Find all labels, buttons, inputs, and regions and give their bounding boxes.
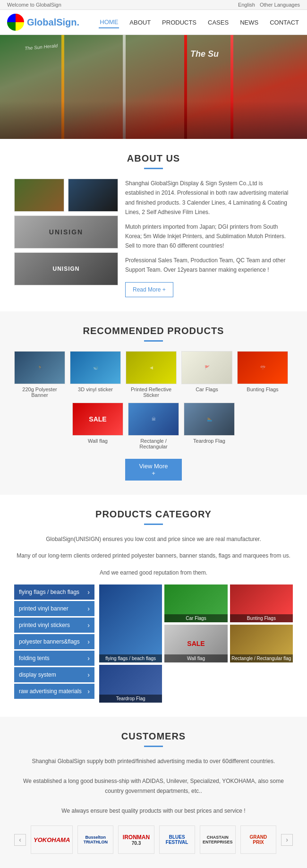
about-img-3: UNISIGN [14, 215, 118, 249]
cat-sidebar: flying flags / beach flags › printed vin… [14, 584, 94, 703]
cat-arrow-polyester: › [87, 638, 90, 645]
cat-grid-label-5: Rectangle / Rectangular flag [230, 654, 293, 662]
cat-arrow-raw: › [87, 688, 90, 695]
cat-grid-item-5[interactable]: Rectangle / Rectangular flag [230, 625, 293, 662]
cat-item-raw[interactable]: raw advertising materials › [14, 684, 94, 699]
brand-triathlon: BusseltonTRIATHLON [77, 825, 113, 854]
read-more-button[interactable]: Read More + [125, 282, 173, 297]
cat-grid-label-4: Wall flag [164, 654, 227, 662]
cat-title: PRODUCTS CATEGORY [14, 509, 293, 520]
brand-yokohama: YOKOHAMA [31, 825, 73, 854]
cat-label-raw: raw advertising materials [19, 688, 82, 695]
product-item-4[interactable]: 🚩 Car Flags [181, 351, 232, 398]
product-img-1: 🏃 [14, 351, 65, 384]
cat-arrow-vinyl-stickers: › [87, 621, 90, 629]
carousel-prev[interactable]: ‹ [14, 834, 26, 846]
about-divider [144, 168, 163, 169]
carousel-items: YOKOHAMA BusseltonTRIATHLON IRONMAN 70.3… [31, 825, 276, 854]
about-para-2: Mutoh printers imported from Japan; DGI … [125, 222, 293, 251]
about-section: ABOUT US UNISIGN UNISIGN Shanghai Global… [0, 139, 307, 311]
product-item-8[interactable]: 🏊 Teardrop Flag [184, 403, 235, 449]
about-para-3: Professional Sales Team, Production Team… [125, 256, 293, 275]
cat-item-polyester[interactable]: polyester banners&flags › [14, 634, 94, 649]
hero-banner: The Sun Herald The Su [0, 35, 307, 139]
cat-grid-item-6[interactable]: Teardrop Flag [99, 665, 162, 703]
nav-about[interactable]: ABOUT [128, 17, 152, 28]
customers-divider [144, 746, 163, 747]
carousel-next[interactable]: › [281, 834, 293, 846]
about-img-row-2: UNISIGN [14, 215, 118, 249]
cat-grid-item-2[interactable]: Car Flags [164, 584, 227, 622]
hero-gradient [0, 101, 307, 139]
nav-products[interactable]: PRODUCTS [161, 17, 197, 28]
customers-desc-3: We always ensure best quality products w… [14, 806, 293, 816]
welcome-text: Welcome to GlobalSign [7, 2, 61, 8]
product-item-1[interactable]: 🏃 220g Polyester Banner [14, 351, 65, 398]
about-content: UNISIGN UNISIGN Shanghai GlobalSign Disp… [14, 179, 293, 297]
cat-grid-item-4[interactable]: SALE Wall flag [164, 625, 227, 662]
product-item-7[interactable]: 🏛 Rectangle / Rectangular [128, 403, 179, 449]
cat-item-flying[interactable]: flying flags / beach flags › [14, 584, 94, 600]
about-img-1 [14, 179, 64, 212]
view-more-button[interactable]: View More + [125, 459, 182, 481]
cat-grid-label-2: Car Flags [164, 614, 227, 622]
customers-title: CUSTOMERS [14, 731, 293, 742]
cat-arrow-vinyl-banner: › [87, 605, 90, 612]
brand-chastain: CHASTAINENTERPRISES [200, 825, 236, 854]
brand-blues: BLUESFESTIVAL [159, 825, 195, 854]
product-label-8: Teardrop Flag [184, 438, 235, 444]
product-label-5: Bunting Flags [237, 387, 288, 392]
brand-chastain-label: CHASTAINENTERPRISES [203, 835, 233, 844]
cat-item-display[interactable]: display system › [14, 667, 94, 682]
product-img-2: 🐋 [70, 351, 121, 384]
about-img-2 [68, 179, 118, 212]
logo-icon [7, 14, 24, 31]
cat-grid: flying flags / beach flags Car Flags Bun… [99, 584, 293, 703]
about-img-row-1 [14, 179, 118, 212]
product-label-2: 3D vinyl sticker [70, 387, 121, 392]
nav-cases[interactable]: CASES [207, 17, 230, 28]
products-grid-row1: 🏃 220g Polyester Banner 🐋 3D vinyl stick… [14, 351, 293, 398]
product-item-5[interactable]: 🎌 Bunting Flags [237, 351, 288, 398]
nav-news[interactable]: NEWS [239, 17, 259, 28]
product-item-2[interactable]: 🐋 3D vinyl sticker [70, 351, 121, 398]
cat-label-flying: flying flags / beach flags [19, 589, 79, 595]
product-img-5: 🎌 [237, 351, 288, 384]
product-img-3: ◀ [126, 351, 177, 384]
language-other[interactable]: Other Languages [260, 2, 300, 8]
cat-arrow-display: › [87, 671, 90, 679]
about-images: UNISIGN UNISIGN [14, 179, 118, 285]
cat-grid-item-main[interactable]: flying flags / beach flags [99, 584, 162, 662]
cat-item-vinyl-stickers[interactable]: printed vinyl stickers › [14, 618, 94, 633]
cat-item-vinyl-banner[interactable]: printed vinyl banner › [14, 601, 94, 616]
cat-desc-2: Many of our long-term clients ordered pr… [14, 551, 293, 560]
cat-desc-1: GlobalSign(UNISIGN) ensures you low cost… [14, 534, 293, 544]
header: GlobalSign. HOME ABOUT PRODUCTS CASES NE… [0, 10, 307, 35]
product-item-3[interactable]: ◀ Printed Reflective Sticker [126, 351, 177, 398]
main-nav: HOME ABOUT PRODUCTS CASES NEWS CONTACT [99, 17, 300, 28]
top-bar: Welcome to GlobalSign English Other Lang… [0, 0, 307, 10]
nav-home[interactable]: HOME [99, 17, 119, 28]
about-img-4: UNISIGN [14, 252, 118, 285]
cat-item-tents[interactable]: folding tents › [14, 651, 94, 666]
logo[interactable]: GlobalSign. [7, 14, 79, 31]
product-label-7: Rectangle / Rectangular [128, 438, 179, 449]
cat-arrow-flying: › [87, 588, 90, 596]
products-category-section: PRODUCTS CATEGORY GlobalSign(UNISIGN) en… [0, 495, 307, 717]
language-switcher: English Other Languages [238, 2, 300, 8]
cat-grid-item-3[interactable]: Bunting Flags [230, 584, 293, 622]
cat-arrow-tents: › [87, 654, 90, 662]
products-grid-row2: SALE Wall flag 🏛 Rectangle / Rectangular… [14, 403, 293, 449]
cat-divider [144, 524, 163, 525]
product-item-6[interactable]: SALE Wall flag [72, 403, 123, 449]
nav-contact[interactable]: CONTACT [269, 17, 300, 28]
product-label-6: Wall flag [72, 438, 123, 444]
product-img-7: 🏛 [128, 403, 179, 436]
brand-ironman-label: IRONMAN [123, 834, 150, 841]
logo-text: GlobalSign. [27, 17, 79, 28]
product-img-6: SALE [72, 403, 123, 436]
language-english[interactable]: English [238, 2, 255, 8]
product-label-3: Printed Reflective Sticker [126, 387, 177, 398]
about-para-1: Shanghai GlobalSign Display & Sign Syste… [125, 179, 293, 217]
product-label-4: Car Flags [181, 387, 232, 392]
